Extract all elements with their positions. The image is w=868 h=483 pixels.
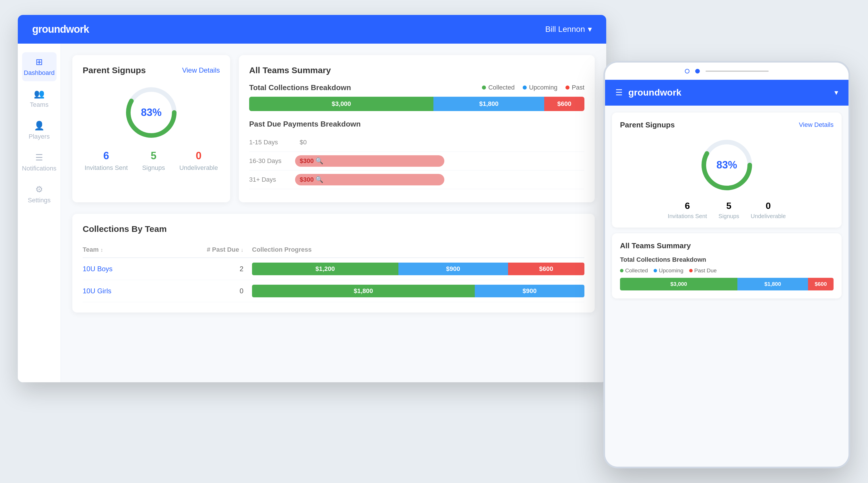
status-line	[706, 71, 769, 72]
upcoming-segment: $1,800	[433, 97, 544, 111]
mobile-invitations-label: Invitations Sent	[668, 213, 707, 220]
past-segment: $600	[544, 97, 584, 111]
mobile-donut-percent: 83%	[716, 159, 737, 171]
signups-stats: 6 Invitations Sent 5 Signups 0 Undeliver…	[85, 150, 218, 172]
mobile-collections-bar: $3,000 $1,800 $600	[620, 278, 834, 290]
sidebar-label-players: Players	[29, 133, 50, 140]
collection-bar-1: $1,800 $900	[252, 285, 584, 297]
mobile-legend-past: Past Due	[689, 267, 717, 274]
breakdown-title: Total Collections Breakdown	[249, 83, 351, 92]
legend-collected: Collected	[482, 84, 515, 91]
undeliverable-value: 0	[196, 150, 202, 162]
mobile-upcoming-dot	[654, 269, 657, 272]
parent-signups-card: Parent Signups View Details 83%	[72, 55, 230, 202]
mobile-undeliverable-stat: 0 Undeliverable	[751, 201, 786, 220]
mobile-signups-value: 5	[726, 201, 732, 211]
donut-percent: 83%	[141, 106, 162, 119]
legend-upcoming: Upcoming	[523, 84, 557, 91]
collection-bar-0: $1,200 $900 $600	[252, 263, 584, 275]
past-due-bar-1: $300 🔍	[295, 155, 444, 167]
past-due-row-1: 16-30 Days $300 🔍	[249, 152, 584, 170]
donut-container: 83% 6 Invitations Sent 5 Signups	[83, 84, 220, 172]
sidebar-label-dashboard: Dashboard	[24, 69, 55, 76]
invitations-label: Invitations Sent	[85, 164, 128, 172]
sidebar-item-teams[interactable]: 👥 Teams	[22, 84, 57, 113]
mobile-body: Parent Signups View Details 83% 6	[605, 106, 848, 466]
sidebar-item-dashboard[interactable]: ⊞ Dashboard	[22, 52, 57, 81]
mobile-view-details-link[interactable]: View Details	[799, 121, 834, 129]
mobile-app: ☰ groundwork ▾ Parent Signups View Detai…	[603, 61, 850, 469]
mobile-legend-upcoming-label: Upcoming	[659, 267, 683, 274]
undeliverable-stat: 0 Undeliverable	[179, 150, 218, 172]
legend-past-label: Past	[572, 84, 584, 91]
mobile-past-dot	[689, 269, 693, 272]
past-dot	[565, 86, 569, 90]
signups-stat: 5 Signups	[142, 150, 165, 172]
past-due-value-1: $300 🔍	[300, 157, 323, 165]
mobile-header-left: ☰ groundwork	[615, 87, 681, 98]
upcoming-dot	[523, 86, 527, 90]
collected-dot	[482, 86, 486, 90]
hamburger-icon[interactable]: ☰	[615, 88, 623, 97]
signups-value: 5	[151, 150, 156, 162]
team-link-1[interactable]: 10U Girls	[83, 287, 112, 295]
past-due-label-0: 1-15 Days	[249, 139, 289, 146]
mobile-teams-summary-title: All Teams Summary	[620, 242, 834, 250]
collections-legend: Collected Upcoming Past	[482, 84, 584, 91]
legend-collected-label: Collected	[488, 84, 515, 91]
mobile-parent-signups-title: Parent Signups	[620, 121, 675, 129]
table-row: 10U Girls 0 $1,800 $900	[83, 280, 584, 302]
mobile-donut-wrap: 83% 6 Invitations Sent 5 Signups 0	[620, 136, 834, 220]
teams-icon: 👥	[34, 89, 44, 99]
user-menu[interactable]: Bill Lennon ▾	[545, 24, 592, 34]
status-circle-filled	[695, 69, 700, 73]
bar-upcoming-0: $900	[398, 263, 508, 275]
mobile-status-bar	[605, 63, 848, 80]
settings-icon: ⚙	[35, 184, 43, 194]
mobile-legend-collected-label: Collected	[625, 267, 648, 274]
mobile-undeliverable-value: 0	[766, 201, 771, 211]
mobile-menu-icon[interactable]: ▾	[834, 88, 838, 97]
mobile-header: ☰ groundwork ▾	[605, 80, 848, 106]
user-caret-icon: ▾	[588, 24, 592, 34]
teams-summary-title: All Teams Summary	[249, 65, 584, 75]
mobile-legend-collected: Collected	[620, 267, 648, 274]
collections-breakdown: Total Collections Breakdown Collected Up…	[249, 83, 584, 111]
team-link-0[interactable]: 10U Boys	[83, 265, 113, 272]
donut-chart: 83%	[123, 84, 180, 141]
desktop-app: groundwork Bill Lennon ▾ ⊞ Dashboard 👥 T…	[18, 15, 606, 382]
mobile-invitations-value: 6	[685, 201, 690, 211]
sidebar-label-teams: Teams	[30, 101, 49, 108]
table-row: 10U Boys 2 $1,200 $900 $600	[83, 258, 584, 280]
user-name: Bill Lennon	[545, 25, 585, 34]
sidebar-item-players[interactable]: 👤 Players	[22, 116, 57, 145]
view-details-link[interactable]: View Details	[182, 66, 220, 74]
mobile-logo: groundwork	[628, 87, 681, 98]
past-due-breakdown: Past Due Payments Breakdown 1-15 Days $0…	[249, 120, 584, 189]
app-body: ⊞ Dashboard 👥 Teams 👤 Players ☰ Notifica…	[18, 44, 606, 382]
mobile-parent-signups-header: Parent Signups View Details	[620, 121, 834, 129]
dashboard-icon: ⊞	[36, 57, 43, 67]
header-progress: Collection Progress	[243, 246, 584, 253]
sidebar-item-settings[interactable]: ⚙ Settings	[22, 180, 57, 208]
past-due-bar-0: $0	[295, 137, 584, 148]
mobile-signups-stat: 5 Signups	[718, 201, 739, 220]
players-icon: 👤	[34, 121, 44, 131]
bar-upcoming-1: $900	[475, 285, 584, 297]
bar-collected-0: $1,200	[252, 263, 398, 275]
collected-segment: $3,000	[249, 97, 433, 111]
mobile-signups-stats: 6 Invitations Sent 5 Signups 0 Undeliver…	[668, 201, 786, 220]
legend-upcoming-label: Upcoming	[529, 84, 557, 91]
parent-signups-header: Parent Signups View Details	[83, 65, 220, 75]
past-due-label-2: 31+ Days	[249, 176, 289, 183]
sidebar-item-notifications[interactable]: ☰ Notifications	[22, 148, 57, 177]
sidebar: ⊞ Dashboard 👥 Teams 👤 Players ☰ Notifica…	[18, 44, 61, 382]
mobile-signups-label: Signups	[718, 213, 739, 220]
mobile-collected-dot	[620, 269, 623, 272]
past-due-title: Past Due Payments Breakdown	[249, 120, 584, 129]
notifications-icon: ☰	[35, 152, 43, 162]
teams-summary-card: All Teams Summary Total Collections Brea…	[239, 55, 595, 202]
past-due-bar-2: $300 🔍	[295, 174, 444, 185]
status-circle-empty	[685, 69, 689, 73]
sidebar-label-settings: Settings	[28, 197, 51, 204]
